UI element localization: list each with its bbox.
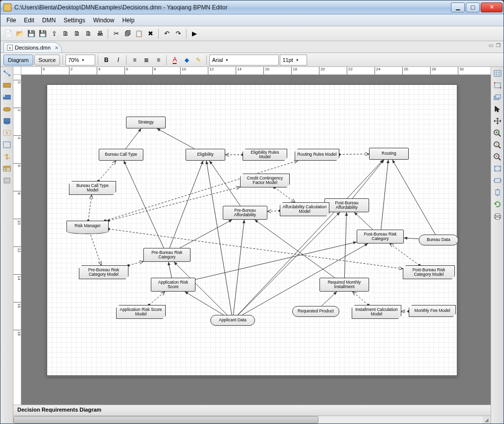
menu-help[interactable]: Help (118, 15, 138, 25)
palette-zoom-fit-button[interactable]: 1 (493, 140, 503, 149)
edge-preBureauRisk-preBureauAff[interactable] (180, 220, 232, 248)
palette-zoom-out-button[interactable] (493, 152, 503, 161)
node-eligibility[interactable]: Eligibility (186, 149, 225, 161)
node-appRiskScoreModel[interactable]: Application Risk Score Model (116, 305, 166, 319)
menu-settings[interactable]: Settings (60, 15, 89, 25)
canvas[interactable]: StrategyBureau Call TypeEligibilityRouti… (21, 75, 491, 405)
node-preBureauRiskModel[interactable]: Pre-Bureau Risk Category Model (79, 265, 128, 279)
palette-fit-page-button[interactable] (493, 164, 503, 173)
save-button[interactable]: 💾 (26, 29, 36, 39)
font-color-button[interactable]: A (169, 55, 180, 65)
palette-other-button[interactable] (2, 176, 12, 185)
save-all-button[interactable]: 💾 (38, 29, 48, 39)
edge-postBureauRisk-postBureauAff[interactable] (354, 212, 373, 230)
edge-preBureauRisk-bureauCallType[interactable] (124, 161, 164, 248)
edge-riskManager-preBureauRiskModel[interactable] (89, 232, 101, 265)
menu-file[interactable]: File (2, 15, 20, 25)
node-riskManager[interactable]: Risk Manager (66, 221, 109, 232)
fill-color-button[interactable]: ◆ (181, 55, 192, 65)
node-strategy[interactable]: Strategy (126, 117, 166, 128)
edge-postBureauRisk-routing[interactable] (381, 160, 388, 230)
edge-bureauData-routing[interactable] (392, 160, 436, 235)
node-requestedProduct[interactable]: Requested Product (292, 306, 339, 317)
edge-eligibility-strategy[interactable] (157, 128, 194, 149)
palette-snap-button[interactable] (493, 81, 503, 90)
font-family-combo[interactable]: Arial (209, 55, 279, 65)
menu-edit[interactable]: Edit (20, 15, 38, 25)
horizontal-scrollbar[interactable]: ◢ (13, 416, 491, 424)
palette-swap-button[interactable] (2, 152, 12, 161)
view-diagram-button[interactable]: Diagram (3, 55, 33, 65)
edge-requestedProduct-reqMonthly[interactable] (321, 292, 337, 306)
cut-button[interactable]: ✂ (111, 29, 121, 39)
node-appRiskScore[interactable]: Application Risk Score (151, 278, 195, 292)
print-button[interactable]: 🖶 (95, 29, 105, 39)
palette-zoom-in-button[interactable] (493, 128, 503, 137)
node-creditContModel[interactable]: Credit Contingency Factor Model (240, 174, 290, 187)
edge-riskManager-creditContModel[interactable] (109, 187, 240, 221)
node-bureauCallType[interactable]: Bureau Call Type (99, 149, 143, 161)
run-button[interactable]: ▶ (189, 29, 199, 39)
bold-button[interactable]: B (101, 55, 112, 65)
palette-grid-button[interactable] (493, 69, 503, 78)
node-postBureauAff[interactable]: Post-Bureau Affordability (324, 198, 369, 212)
edge-creditContModel-affCalcModel[interactable] (274, 187, 295, 202)
palette-input-button[interactable] (2, 105, 12, 114)
redo-button[interactable]: ↷ (173, 29, 183, 39)
paste-file-button[interactable]: 🗎 (72, 29, 82, 39)
duplicate-button[interactable]: 🗎 (83, 29, 93, 39)
palette-refresh-button[interactable] (493, 200, 503, 209)
diagram-page[interactable]: StrategyBureau Call TypeEligibilityRouti… (46, 84, 458, 376)
node-preBureauAff[interactable]: Pre-Bureau Affordability (223, 206, 267, 220)
edge-bureauData-postBureauRisk[interactable] (404, 238, 419, 239)
node-postBureauRisk[interactable]: Post-Bureau Risk Category (357, 230, 404, 243)
node-routing[interactable]: Routing (369, 148, 409, 160)
node-preBureauRisk[interactable]: Pre-Bureau Risk Category (143, 248, 190, 262)
edge-riskManager-routingRulesModel[interactable] (105, 161, 298, 221)
palette-bkm-button[interactable] (2, 93, 12, 102)
edge-reqMonthly-postBureauAff[interactable] (344, 212, 346, 278)
edge-preBureauRisk-eligibility[interactable] (170, 161, 203, 248)
edge-applicantData-eligibility[interactable] (206, 161, 232, 315)
edge-preBureauAff-eligibility[interactable] (209, 161, 240, 206)
palette-connect-button[interactable] (2, 69, 12, 78)
menu-window[interactable]: Window (89, 15, 119, 25)
edge-preBureauRiskModel-preBureauRisk[interactable] (128, 261, 143, 265)
palette-pan-button[interactable] (493, 117, 503, 125)
edge-appRiskScore-postBureauRisk[interactable] (195, 242, 357, 280)
new-button[interactable]: 📄 (3, 29, 13, 39)
edge-affCalcModel-preBureauAff[interactable] (267, 211, 280, 211)
view-source-button[interactable]: Source (34, 55, 61, 65)
edge-applicantData-postBureauAff[interactable] (238, 212, 340, 315)
edge-postBureauAff-routing[interactable] (352, 160, 384, 198)
maximize-button[interactable]: ▢ (466, 2, 480, 12)
palette-group-button[interactable] (2, 140, 12, 149)
copy-file-button[interactable]: 🗎 (61, 29, 70, 39)
node-affCalcModel[interactable]: Affordability Calculation Model (280, 202, 329, 216)
minimize-editor-icon[interactable]: ▭ (489, 43, 493, 48)
italic-button[interactable]: I (113, 55, 124, 65)
node-bctModel[interactable]: Bureau Call Type Model (69, 181, 116, 195)
minimize-button[interactable]: ▁ (451, 2, 465, 12)
node-applicantData[interactable]: Applicant Data (210, 315, 255, 326)
copy-button[interactable]: 🗐 (123, 29, 132, 39)
titlebar[interactable]: C:\Users\Blenta\Desktop\DMNExamples\Deci… (0, 0, 504, 14)
node-postBureauRiskModel[interactable]: Post-Bureau Risk Category Model (403, 265, 455, 279)
node-monthlyFeeModel[interactable]: Monthly Fee Model (409, 305, 456, 317)
palette-text-button[interactable]: T (2, 128, 12, 137)
paste-button[interactable]: 📋 (134, 29, 144, 39)
palette-fit-height-button[interactable] (493, 188, 503, 197)
open-button[interactable]: 📂 (15, 29, 25, 39)
file-tab[interactable]: x Decisions.dmn ✕ (3, 42, 62, 53)
scrollbar-thumb[interactable] (13, 416, 318, 424)
edge-routingRulesModel-routing[interactable] (339, 154, 369, 155)
edge-installCalcModel-reqMonthly[interactable] (353, 292, 369, 305)
edge-bctModel-bureauCallType[interactable] (99, 161, 116, 181)
edge-applicantData-preBureauAff[interactable] (233, 220, 244, 315)
palette-ksource-button[interactable] (2, 117, 12, 125)
node-installCalcModel[interactable]: Installment Calculation Model (352, 305, 401, 319)
align-left-button[interactable]: ≡ (129, 55, 140, 65)
edge-reqMonthly-preBureauAff[interactable] (254, 220, 334, 278)
palette-pointer-button[interactable] (493, 105, 503, 114)
highlight-button[interactable]: ✎ (193, 55, 204, 65)
